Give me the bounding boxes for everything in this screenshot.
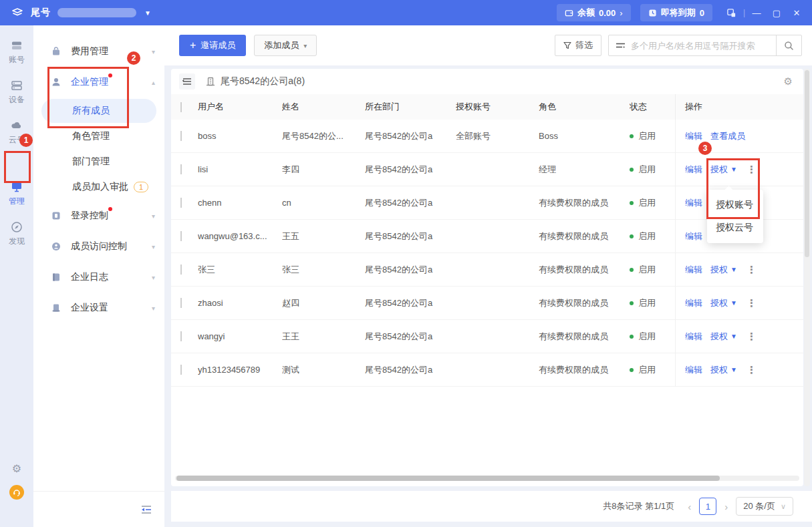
table-row: lisi 李四 尾号8542的公司a 经理 启用 编辑 授权▼ ⋮ [171,153,803,186]
menu-item-authorize-cloud[interactable]: 授权云号 [707,216,763,239]
status-enabled-dot [630,268,634,272]
status-enabled-dot [630,335,634,339]
sidebar-collapse-icon[interactable] [140,504,152,515]
prev-page-button[interactable]: ‹ [686,501,692,512]
sidebar-item-join-approval[interactable]: 成员加入审批 1 [41,175,156,199]
cell-name: 张三 [282,264,365,276]
more-actions-icon[interactable]: ⋮ [747,164,757,176]
company-title: 尾号8542的公司a(8) [206,75,305,87]
chevron-up-icon: ▴ [152,79,155,86]
balance-badge[interactable]: 余额 0.00 › [557,4,631,21]
chevron-down-icon: ▾ [152,48,155,55]
filter-button[interactable]: 筛选 [555,35,601,56]
company-group-header: 尾号8542的公司a(8) ⚙ [171,69,803,94]
close-button[interactable]: ✕ [787,0,807,25]
login-control-icon [51,210,61,221]
search-input[interactable] [631,41,771,51]
row-checkbox[interactable] [180,231,182,241]
sidebar-item-label: 企业管理 [71,76,108,88]
page-size-select[interactable]: 20 条/页 ∨ [736,497,793,516]
org-tree-toggle-icon[interactable] [179,73,195,90]
caret-down-icon: ▼ [730,366,737,373]
vertical-scrollbar-thumb[interactable] [805,70,809,257]
edit-link[interactable]: 编辑 [685,331,702,343]
column-username: 用户名 [198,101,282,113]
rail-item-account[interactable]: 账号 [0,39,33,65]
add-member-button[interactable]: 添加成员 ▾ [254,35,317,56]
more-actions-icon[interactable]: ⋮ [747,264,757,276]
edit-link[interactable]: 编辑 [685,164,702,176]
rail-item-manage[interactable]: 管理 [0,180,33,207]
edit-link[interactable]: 编辑 [685,230,702,242]
edit-link[interactable]: 编辑 [685,264,702,276]
add-member-label: 添加成员 [264,39,299,51]
mini-window-icon[interactable] [722,0,742,25]
rail-item-cloud[interactable]: 云号 [0,119,33,146]
row-checkbox[interactable] [180,198,182,208]
maximize-button[interactable]: ▢ [767,0,787,25]
sidebar-item-label: 部门管理 [72,156,110,168]
cell-status: 启用 [630,364,675,376]
sidebar-item-label: 成员访问控制 [71,240,127,252]
sidebar-item-department-management[interactable]: 部门管理 [41,150,156,174]
table-settings-gear-icon[interactable]: ⚙ [784,75,793,87]
authorize-dropdown-button[interactable]: 授权▼ [710,264,737,276]
sidebar-item-login-control[interactable]: 登录控制 ▾ [33,200,164,231]
next-page-button[interactable]: › [723,501,729,512]
table-row: zhaosi 赵四 尾号8542的公司a 有续费权限的成员 启用 编辑 授权▼ … [171,287,803,320]
sidebar-menu: 费用管理 ▾ 企业管理 ▴ 所有成员 角色管理 部门管理 成员加入审批 [33,36,164,323]
authorize-dropdown-button[interactable]: 授权▼ [710,364,737,376]
cell-username: lisi [198,164,282,174]
page-number-button[interactable]: 1 [699,498,716,515]
cell-role: 有续费权限的成员 [539,197,630,209]
horizontal-scrollbar-thumb[interactable] [176,476,720,481]
column-operations: 操作 [675,94,794,120]
edit-link[interactable]: 编辑 [685,130,702,142]
menu-item-authorize-account[interactable]: 授权账号 [707,194,763,216]
authorize-dropdown-button[interactable]: 授权▼ [710,331,737,343]
log-icon [51,272,61,283]
compass-icon [10,220,23,234]
building-icon [206,77,215,86]
sidebar-item-role-management[interactable]: 角色管理 [41,124,156,148]
row-checkbox[interactable] [180,365,182,375]
cell-role: 有续费权限的成员 [539,364,630,376]
settings-gear-icon[interactable]: ⚙ [0,462,33,475]
invite-member-button[interactable]: + 邀请成员 [179,35,246,56]
pagination-bar: 共8条记录 第1/1页 ‹ 1 › 20 条/页 ∨ [171,491,812,522]
row-checkbox[interactable] [180,164,182,174]
sidebar-item-member-access-control[interactable]: 成员访问控制 ▾ [33,231,164,262]
expiring-badge[interactable]: 即将到期 0 [640,4,712,21]
authorize-dropdown-button[interactable]: 授权▼ [710,164,737,176]
edit-link[interactable]: 编辑 [685,297,702,309]
cell-username: zhaosi [198,298,282,308]
sidebar-item-enterprise-log[interactable]: 企业日志 ▾ [33,262,164,293]
plus-icon: + [190,39,196,51]
rail-item-device[interactable]: 设备 [0,79,33,106]
enterprise-icon [51,77,61,87]
row-checkbox[interactable] [180,265,182,275]
caret-down-icon: ▼ [730,266,737,273]
rail-item-discover[interactable]: 发现 [0,220,33,247]
edit-link[interactable]: 编辑 [685,197,702,209]
row-checkbox[interactable] [180,298,182,308]
more-actions-icon[interactable]: ⋮ [747,331,757,343]
cell-authorized: 全部账号 [456,130,539,142]
search-submit-button[interactable] [776,35,801,55]
select-all-checkbox[interactable] [180,102,182,112]
edit-link[interactable]: 编辑 [685,364,702,376]
more-actions-icon[interactable]: ⋮ [747,364,757,376]
sidebar-item-enterprise-settings[interactable]: 企业设置 ▾ [33,293,164,323]
sidebar-item-enterprise-management[interactable]: 企业管理 ▴ [33,67,164,98]
sidebar-item-fee-management[interactable]: 费用管理 ▾ [33,36,164,67]
minimize-button[interactable]: — [747,0,767,25]
account-caret-icon[interactable]: ▼ [144,9,151,17]
column-department: 所在部门 [365,101,456,113]
sidebar-item-all-members[interactable]: 所有成员 [41,99,156,123]
more-actions-icon[interactable]: ⋮ [747,297,757,309]
support-headset-icon[interactable] [9,485,24,500]
authorize-dropdown-button[interactable]: 授权▼ [710,297,737,309]
column-role: 角色 [539,101,630,113]
view-members-link[interactable]: 查看成员 [710,130,745,142]
row-checkbox[interactable] [180,331,182,341]
